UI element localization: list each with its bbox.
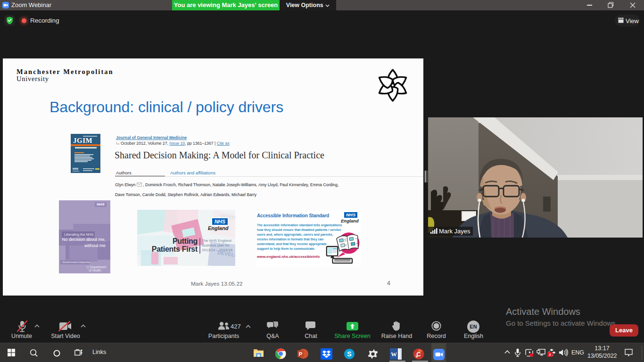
svg-text:S: S: [347, 350, 351, 358]
svg-text:P: P: [299, 351, 302, 357]
svg-text:2: 2: [549, 353, 551, 357]
svg-text:W: W: [391, 351, 397, 358]
